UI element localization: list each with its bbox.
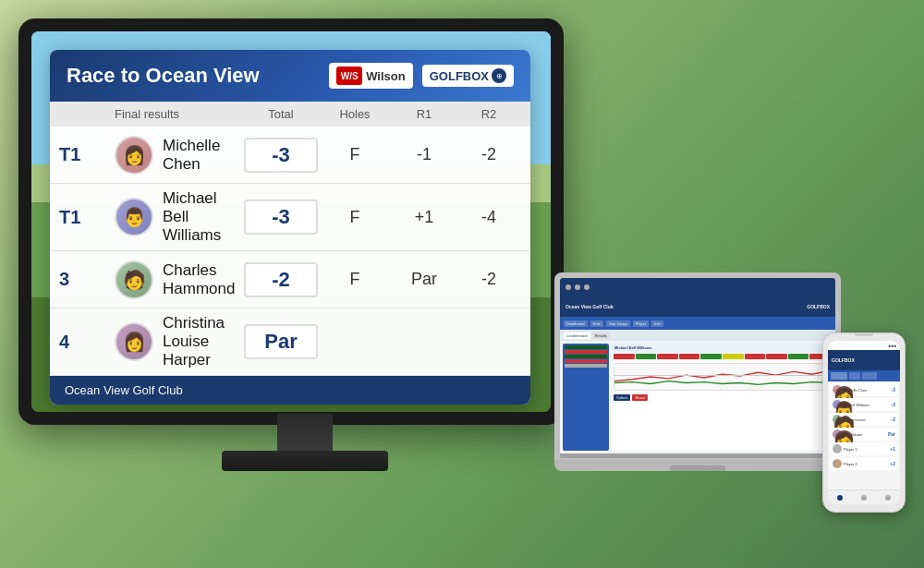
- avatar: 👩: [115, 136, 153, 175]
- mobile-list-button[interactable]: [861, 495, 867, 501]
- player-position: T1: [59, 144, 115, 165]
- col-r1: R1: [392, 107, 456, 121]
- mobile-frame: ●●● GOLFBOX 👩 Michelle Chen -3 👨: [822, 332, 906, 513]
- list-item: Player 5 +1: [830, 442, 898, 455]
- player-name: Christina Louise Harper: [163, 314, 244, 369]
- golfbox-icon: ⊕: [492, 68, 506, 83]
- avatar: 👩: [833, 429, 842, 439]
- mobile-display: ●●● GOLFBOX 👩 Michelle Chen -3 👨: [822, 332, 906, 513]
- leaderboard-header: Race to Ocean View W/S Wilson GOLFBOX ⊕: [50, 50, 530, 102]
- laptop-nav-item[interactable]: Player: [633, 320, 649, 327]
- player-total: -3: [244, 138, 318, 173]
- list-item: Player 6 +2: [830, 457, 898, 470]
- leaderboard-title: Race to Ocean View: [67, 64, 260, 88]
- laptop-display: Ocean View Golf Club GOLFBOX Dashboard H…: [554, 272, 841, 522]
- player-total: -3: [244, 199, 318, 235]
- laptop-nav-item[interactable]: Dashboard: [564, 320, 588, 327]
- avatar: 👩: [115, 322, 153, 361]
- leaderboard-footer: Ocean View Golf Club: [50, 376, 530, 405]
- player-holes: F: [318, 270, 392, 289]
- laptop-player-name: Michael Bell Williams: [614, 345, 651, 350]
- player-info: 🧑 Charles Hammond: [115, 260, 244, 299]
- player-score: Par: [888, 431, 895, 437]
- tv-display: Race to Ocean View W/S Wilson GOLFBOX ⊕: [18, 18, 591, 499]
- col-player: Final results: [115, 107, 244, 121]
- sponsor-logos: W/S Wilson GOLFBOX ⊕: [329, 63, 514, 89]
- player-r1: Par: [392, 270, 456, 289]
- mobile-nav-item[interactable]: [831, 372, 847, 380]
- player-info: 👨 Michael Bell Williams: [115, 189, 244, 245]
- column-headers: Final results Total Holes R1 R2: [50, 102, 530, 127]
- mobile-app-title: GOLFBOX: [832, 357, 855, 363]
- player-total: Par: [244, 324, 318, 359]
- mobile-bottom-bar: [828, 489, 900, 504]
- avatar: 👨: [115, 198, 153, 236]
- player-r2: -2: [456, 145, 521, 164]
- col-r2: R2: [456, 107, 521, 121]
- col-total: Total: [244, 107, 318, 121]
- laptop-screen: Ocean View Golf Club GOLFBOX Dashboard H…: [560, 278, 835, 453]
- wilson-w-icon: W/S: [336, 66, 362, 85]
- player-name: C. Hammond: [844, 417, 866, 422]
- laptop-club-name: Ocean View Golf Club: [565, 304, 614, 309]
- laptop-top-bar: [560, 278, 835, 296]
- player-score: -3: [892, 387, 895, 393]
- club-name: Ocean View Golf Club: [65, 383, 183, 397]
- laptop-base: [554, 460, 841, 471]
- list-item: 🧑 C. Hammond -2: [830, 413, 898, 426]
- player-score: +1: [890, 446, 895, 452]
- player-r1: -1: [392, 145, 456, 164]
- laptop-main-content: Michael Bell Williams: [612, 344, 833, 451]
- mobile-nav-item[interactable]: [849, 372, 860, 380]
- laptop-tab-results[interactable]: Results: [592, 332, 610, 339]
- player-holes: F: [318, 208, 392, 227]
- player-r2: -4: [456, 208, 521, 227]
- player-name: Michelle Chen: [163, 137, 244, 174]
- laptop-golfbox-logo: GOLFBOX: [807, 304, 830, 309]
- table-row: 3 🧑 Charles Hammond -2 F Par -2: [50, 251, 530, 308]
- laptop-screen-frame: Ocean View Golf Club GOLFBOX Dashboard H…: [554, 272, 841, 460]
- leaderboard-panel: Race to Ocean View W/S Wilson GOLFBOX ⊕: [50, 50, 530, 405]
- avatar: 🧑: [833, 415, 842, 424]
- mobile-settings-button[interactable]: [885, 495, 891, 501]
- player-position: 4: [59, 332, 115, 353]
- laptop-content-area: Ocean View Golf Club GOLFBOX Dashboard H…: [560, 278, 835, 453]
- laptop-nav-item[interactable]: Info: [651, 320, 663, 327]
- laptop-action-button[interactable]: Submit: [614, 394, 630, 401]
- mobile-screen: ●●● GOLFBOX 👩 Michelle Chen -3 👨: [828, 341, 900, 504]
- laptop-tab-group: Leaderboard Results: [564, 332, 610, 339]
- laptop-header: Ocean View Golf Club GOLFBOX: [560, 296, 835, 317]
- laptop-subtabs: Leaderboard Results: [560, 330, 835, 341]
- laptop-nav-item[interactable]: Hole: [590, 320, 603, 327]
- table-row: 4 👩 Christina Louise Harper Par: [50, 308, 530, 376]
- laptop-body: Michael Bell Williams: [560, 341, 835, 453]
- mobile-home-button[interactable]: [837, 495, 843, 501]
- laptop-sidebar: [563, 344, 609, 451]
- laptop-nav-item[interactable]: Tour Group: [606, 320, 630, 327]
- player-score: -3: [892, 402, 895, 407]
- col-holes: Holes: [318, 107, 392, 121]
- mobile-nav-bar: [828, 370, 900, 381]
- player-r2: -2: [456, 270, 521, 289]
- mobile-nav-item[interactable]: [862, 372, 877, 380]
- player-holes: F: [318, 145, 392, 164]
- laptop-graph: [614, 363, 831, 391]
- golfbox-logo: GOLFBOX ⊕: [422, 65, 514, 87]
- avatar: [833, 459, 842, 468]
- table-row: T1 👩 Michelle Chen -3 F -1 -2: [50, 127, 530, 184]
- mobile-top-bar: GOLFBOX: [828, 350, 900, 370]
- player-info: 👩 Christina Louise Harper: [115, 314, 244, 369]
- golfbox-text: GOLFBOX: [430, 69, 489, 83]
- list-item: 👩 C.L. Harper Par: [830, 428, 898, 441]
- mobile-status-bar: ●●●: [828, 341, 900, 350]
- player-r1: +1: [392, 208, 456, 227]
- avatar: [833, 444, 842, 453]
- list-item: 👨 M. Bell Williams -3: [830, 398, 898, 411]
- player-name: Player 5: [844, 447, 857, 452]
- tv-screen: Race to Ocean View W/S Wilson GOLFBOX ⊕: [31, 31, 551, 412]
- laptop-action-button-2[interactable]: Reset: [632, 394, 647, 401]
- laptop-tab-leaderboard[interactable]: Leaderboard: [564, 332, 590, 339]
- wilson-text: Wilson: [366, 69, 406, 83]
- col-pos: [59, 107, 115, 121]
- tv-frame: Race to Ocean View W/S Wilson GOLFBOX ⊕: [18, 18, 564, 425]
